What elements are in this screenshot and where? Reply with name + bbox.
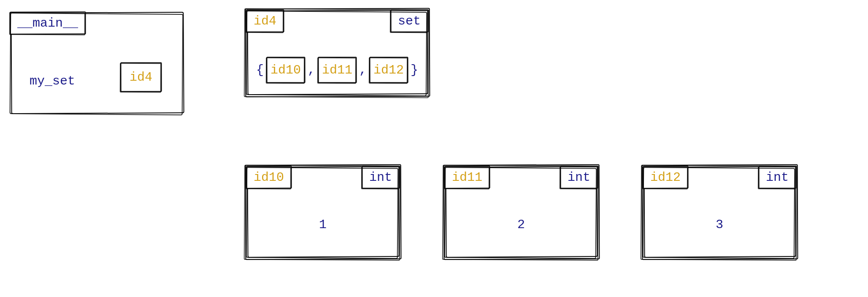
frame-main: __main__ my_set id4: [11, 13, 184, 114]
set-close-brace: }: [411, 63, 418, 77]
set-item-2-box: id12: [369, 57, 408, 83]
frame-var-ref-box: id4: [120, 63, 162, 92]
int-0-type: int: [369, 170, 392, 185]
int-0-inner: id10 int 1: [247, 167, 399, 258]
int-2-value: 3: [644, 218, 795, 232]
frame-label: __main__: [17, 16, 78, 30]
set-type-box: set: [390, 10, 428, 33]
set-sep-0: ,: [308, 63, 315, 77]
set-type: set: [398, 14, 421, 28]
frame-var-ref: id4: [130, 70, 152, 84]
set-object-inner: id4 set { id10 , id11 , id12 }: [247, 11, 427, 95]
set-object-outer: id4 set { id10 , id11 , id12 }: [245, 8, 430, 97]
set-open-brace: {: [256, 63, 264, 77]
set-item-1-box: id11: [318, 57, 357, 83]
set-item-1: id11: [322, 63, 352, 77]
set-item-0-box: id10: [266, 57, 305, 83]
int-1-id: id11: [452, 170, 482, 185]
int-2-id: id12: [650, 170, 681, 185]
frame-var-name: my_set: [30, 74, 75, 88]
int-1-type: int: [568, 170, 590, 185]
int-1-outer: id11 int 2: [443, 165, 599, 260]
set-items-row: { id10 , id11 , id12 }: [247, 57, 427, 83]
int-2-type: int: [766, 170, 789, 185]
int-0-value: 1: [247, 218, 399, 232]
int-0-type-box: int: [362, 166, 400, 189]
int-0-id-box: id10: [246, 166, 292, 189]
set-id: id4: [254, 14, 276, 28]
int-2-outer: id12 int 3: [641, 165, 798, 260]
int-1-type-box: int: [560, 166, 598, 189]
int-2-type-box: int: [758, 166, 796, 189]
int-2-id-box: id12: [643, 166, 688, 189]
int-2-inner: id12 int 3: [644, 167, 795, 258]
int-1-id-box: id11: [444, 166, 490, 189]
set-item-2: id12: [373, 63, 404, 77]
set-id-box: id4: [246, 10, 284, 33]
frame-label-box: __main__: [10, 12, 86, 35]
int-0-outer: id10 int 1: [245, 165, 401, 260]
int-1-value: 2: [445, 218, 597, 232]
int-1-inner: id11 int 2: [445, 167, 597, 258]
set-item-0: id10: [270, 63, 301, 77]
int-0-id: id10: [254, 170, 284, 185]
set-sep-1: ,: [359, 63, 367, 77]
